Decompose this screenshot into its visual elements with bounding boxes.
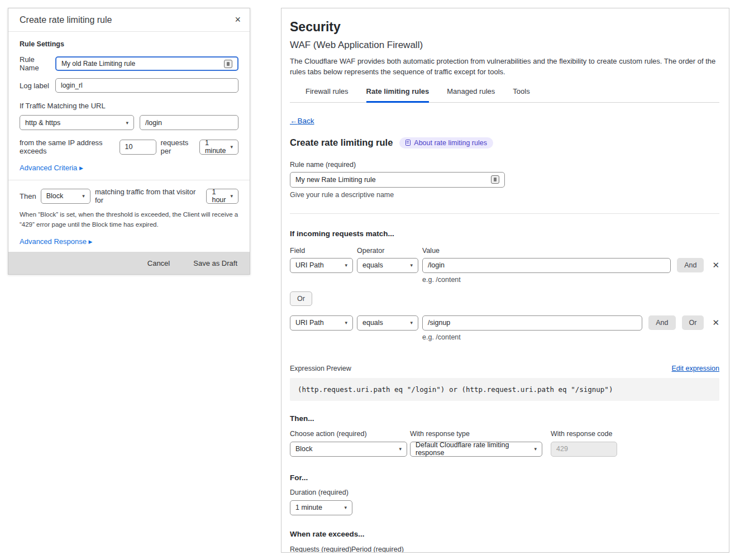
- caret-down-icon: ▾: [410, 262, 413, 268]
- value-helper: e.g. /content: [422, 276, 719, 284]
- period-value: 1 minute: [205, 139, 226, 155]
- page-title: Security: [290, 20, 719, 35]
- about-badge-label: About rate limiting rules: [414, 139, 487, 147]
- rule-name-label: Rule Name: [20, 55, 55, 72]
- field-select[interactable]: URI Path ▾: [290, 258, 353, 273]
- value-text: /login: [428, 261, 445, 269]
- operator-select[interactable]: equals ▾: [357, 315, 418, 331]
- advanced-criteria-link[interactable]: Advanced Criteria ▶: [20, 164, 83, 172]
- response-type-value: Default Cloudflare rate limiting respons…: [416, 441, 529, 457]
- and-button[interactable]: And: [648, 315, 675, 330]
- requests-label: Requests (required): [290, 545, 347, 553]
- edit-expression-link[interactable]: Edit expression: [672, 365, 719, 372]
- divider: [8, 180, 250, 180]
- action-select[interactable]: Block ▾: [41, 189, 90, 204]
- traffic-match-label: If Traffic Matching the URL: [20, 102, 238, 110]
- form-title: Create rate limiting rule: [290, 137, 393, 148]
- rule-name-helper: Give your rule a descriptive name: [290, 191, 719, 199]
- caret-down-icon: ▾: [230, 144, 233, 150]
- expression-code: (http.request.uri.path eq "/login") or (…: [290, 378, 719, 401]
- duration-select[interactable]: 1 hour ▾: [206, 189, 238, 204]
- page-subtitle: WAF (Web Application Firewall): [290, 40, 719, 51]
- condition-row: URI Path ▾ equals ▾ /signup And Or ✕: [290, 315, 719, 331]
- caret-down-icon: ▾: [82, 193, 85, 199]
- rate-section-title: When rate exceeds...: [290, 530, 719, 538]
- requests-input[interactable]: 10: [120, 140, 156, 155]
- field-value: URI Path: [295, 319, 324, 327]
- disclosure-triangle-icon: ▶: [79, 165, 83, 171]
- duration-label: Duration (required): [290, 489, 719, 496]
- scheme-value: http & https: [25, 119, 60, 127]
- advanced-criteria-label: Advanced Criteria: [20, 164, 77, 172]
- and-button[interactable]: And: [677, 258, 704, 272]
- autofill-extension-icon[interactable]: [491, 175, 499, 184]
- period-select[interactable]: 1 minute ▾: [199, 140, 238, 155]
- choose-action-label: Choose action (required): [290, 430, 407, 438]
- then-middle: matching traffic from that visitor for: [95, 188, 202, 204]
- duration-select[interactable]: 1 minute ▾: [290, 500, 352, 515]
- or-connector-button[interactable]: Or: [290, 291, 312, 306]
- response-code-label: With response code: [551, 430, 617, 438]
- rule-name-value: My old Rate Limiting rule: [61, 60, 135, 68]
- field-select[interactable]: URI Path ▾: [290, 315, 353, 331]
- response-type-select[interactable]: Default Cloudflare rate limiting respons…: [410, 442, 542, 457]
- condition-row: URI Path ▾ equals ▾ /login And ✕: [290, 258, 719, 273]
- divider: [290, 213, 719, 214]
- close-icon[interactable]: ×: [235, 14, 241, 26]
- caret-down-icon: ▾: [230, 193, 233, 199]
- url-input[interactable]: /login: [140, 115, 238, 130]
- rule-name-input[interactable]: My old Rate Limiting rule: [55, 56, 238, 71]
- save-as-draft-button[interactable]: Save as Draft: [193, 259, 237, 267]
- or-button[interactable]: Or: [682, 315, 704, 330]
- log-label-input[interactable]: login_rl: [55, 78, 238, 93]
- response-code-value: 429: [556, 445, 568, 453]
- period-label: Period (required): [351, 545, 413, 553]
- caret-down-icon: ▾: [345, 320, 347, 326]
- autofill-extension-icon[interactable]: [224, 60, 232, 68]
- tab-managed-rules[interactable]: Managed rules: [447, 87, 495, 103]
- tab-tools[interactable]: Tools: [513, 87, 529, 103]
- duration-value: 1 hour: [212, 188, 226, 204]
- match-section-title: If incoming requests match...: [290, 229, 719, 238]
- back-label: Back: [298, 117, 314, 125]
- url-value: /login: [145, 119, 162, 127]
- operator-value: equals: [362, 261, 383, 269]
- page-description: The Cloudflare WAF provides both automat…: [290, 56, 719, 78]
- tab-rate-limiting-rules[interactable]: Rate limiting rules: [366, 87, 429, 103]
- operator-select[interactable]: equals ▾: [357, 258, 418, 273]
- remove-condition-icon[interactable]: ✕: [712, 318, 719, 328]
- log-label-label: Log label: [20, 82, 55, 90]
- caret-down-icon: ▾: [344, 505, 347, 510]
- disclosure-triangle-icon: ▶: [89, 239, 93, 245]
- back-link[interactable]: ←Back: [290, 117, 314, 125]
- action-value: Block: [46, 192, 64, 200]
- rule-settings-heading: Rule Settings: [20, 40, 238, 48]
- create-rate-limiting-rule-modal: Create rate limiting rule × Rule Setting…: [8, 8, 250, 275]
- expression-preview-label: Expression Preview: [290, 365, 351, 372]
- caret-down-icon: ▾: [410, 320, 413, 326]
- duration-value: 1 minute: [295, 504, 322, 511]
- then-label: Then: [20, 192, 36, 200]
- block-note: When “Block” is set, when the threshold …: [20, 210, 238, 230]
- rule-name-input[interactable]: My new Rate Limiting rule: [290, 172, 505, 188]
- scheme-select[interactable]: http & https ▾: [20, 115, 134, 130]
- action-select[interactable]: Block ▾: [290, 442, 407, 457]
- modal-footer: Cancel Save as Draft: [8, 252, 250, 274]
- for-section-title: For...: [290, 473, 719, 482]
- response-code-input: 429: [551, 442, 617, 457]
- then-section-title: Then...: [290, 414, 719, 423]
- value-input[interactable]: /signup: [422, 315, 642, 331]
- operator-column-label: Operator: [357, 247, 418, 255]
- about-rate-limiting-badge[interactable]: About rate limiting rules: [399, 137, 493, 149]
- cancel-button[interactable]: Cancel: [147, 259, 170, 267]
- operator-value: equals: [362, 319, 383, 327]
- value-helper: e.g. /content: [422, 333, 719, 341]
- rule-name-value: My new Rate Limiting rule: [295, 176, 376, 184]
- caret-down-icon: ▾: [345, 262, 347, 268]
- remove-condition-icon[interactable]: ✕: [712, 260, 719, 270]
- advanced-response-link[interactable]: Advanced Response ▶: [20, 237, 93, 246]
- caret-down-icon: ▾: [126, 120, 128, 126]
- value-input[interactable]: /login: [422, 258, 671, 273]
- tab-firewall-rules[interactable]: Firewall rules: [306, 87, 349, 103]
- requests-value: 10: [125, 143, 133, 151]
